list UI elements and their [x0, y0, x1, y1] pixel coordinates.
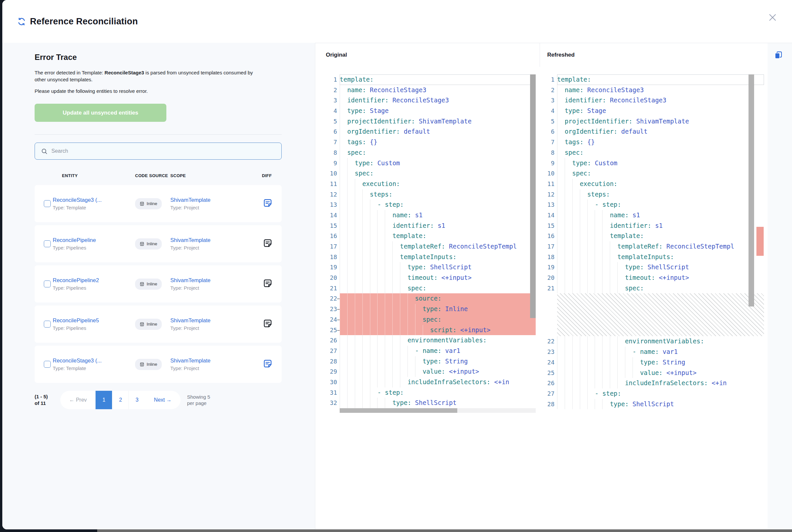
code-line: 3identifier: ReconcileStage3: [327, 95, 536, 106]
code-line: 13- step:: [327, 200, 536, 210]
refreshed-vertical-scrollbar[interactable]: [749, 74, 754, 306]
code-line: 12steps:: [545, 189, 764, 200]
scope-name-link[interactable]: ShivamTemplate: [170, 358, 259, 364]
search-icon: [41, 148, 48, 155]
code-line: 18templateInputs:: [327, 252, 536, 262]
prev-page-button[interactable]: ← Prev: [60, 397, 95, 403]
modal-header: Reference Reconciliation: [2, 0, 792, 43]
code-line: 13- step:: [545, 200, 764, 210]
code-line: 9type: Custom: [545, 158, 764, 169]
code-line: 18templateInputs:: [545, 252, 764, 262]
code-line: 20timeout: <+input>: [327, 272, 536, 283]
code-line: 31- step:: [327, 387, 536, 398]
scope-name-link[interactable]: ShivamTemplate: [170, 197, 259, 203]
code-line: 28type: String: [327, 356, 536, 367]
scope-type-label: Type: Project: [170, 365, 259, 371]
scope-name-link[interactable]: ShivamTemplate: [170, 237, 259, 243]
code-line: 2name: ReconcileStage3: [545, 85, 764, 95]
page-button-1[interactable]: 1: [95, 391, 112, 409]
page-button-3[interactable]: 3: [128, 391, 145, 409]
entity-checkbox[interactable]: [44, 281, 51, 287]
code-line: 21spec:: [327, 283, 536, 294]
screen-background: Reference Reconciliation Error Trace The…: [0, 0, 792, 532]
code-line: 4type: Stage: [545, 106, 764, 116]
col-header-scope: SCOPE: [170, 173, 259, 178]
search-input[interactable]: [51, 143, 281, 159]
search-box: [35, 142, 282, 160]
diff-overview-marker: [756, 227, 764, 256]
entity-name-link[interactable]: ReconcilePipeline: [53, 237, 135, 243]
right-margin: [768, 43, 792, 529]
pagination-pill: ← Prev 123 Next →: [60, 391, 181, 409]
view-diff-icon[interactable]: [262, 278, 273, 288]
scope-name-link[interactable]: ShivamTemplate: [170, 277, 259, 283]
inline-icon: [140, 242, 144, 246]
per-page-label: Showing 5 per page: [187, 394, 216, 406]
code-line: 24–spec:: [327, 315, 536, 325]
code-line: 6orgIdentifier: default: [327, 127, 536, 137]
code-line: 26environmentVariables:: [327, 335, 536, 346]
code-source-badge: Inline: [135, 238, 162, 249]
code-line: 19type: ShellScript: [545, 262, 764, 272]
error-template-name: ReconcileStage3: [105, 70, 144, 75]
inline-icon: [140, 322, 144, 327]
code-line: 17templateRef: ReconcileStepTempl: [327, 241, 536, 252]
original-code-editor[interactable]: 1template:2name: ReconcileStage33identif…: [327, 74, 536, 408]
view-diff-icon[interactable]: [262, 238, 273, 248]
code-line: 5projectIdentifier: ShivamTemplate: [327, 116, 536, 127]
scope-name-link[interactable]: ShivamTemplate: [170, 317, 259, 324]
code-line: 4type: Stage: [327, 106, 536, 116]
entity-type-label: Type: Pipelines: [53, 325, 135, 331]
code-line: 30includeInfraSelectors: <+in: [327, 377, 536, 387]
error-instruction: Please update the following entities to …: [35, 88, 262, 94]
code-line: 3identifier: ReconcileStage3: [545, 95, 764, 106]
entity-name-link[interactable]: ReconcileStage3 (...: [53, 197, 135, 203]
code-line: 16template:: [545, 231, 764, 241]
page-button-2[interactable]: 2: [112, 391, 128, 409]
update-all-button[interactable]: Update all unsynced entities: [35, 104, 166, 122]
code-line: 27- step:: [545, 388, 764, 399]
view-diff-icon[interactable]: [262, 359, 273, 369]
entity-name-link[interactable]: ReconcileStage3 (...: [53, 358, 135, 364]
entity-checkbox[interactable]: [44, 361, 51, 368]
refreshed-code-editor[interactable]: 1template:2name: ReconcileStage33identif…: [545, 74, 764, 409]
entity-checkbox[interactable]: [44, 240, 51, 247]
col-header-diff: DIFF: [259, 173, 282, 178]
code-line: 9type: Custom: [327, 158, 536, 169]
entity-row: ReconcilePipeline2Type: PipelinesInlineS…: [35, 265, 282, 303]
entity-list: ReconcileStage3 (...Type: TemplateInline…: [35, 185, 315, 383]
refreshed-title: Refreshed: [547, 52, 574, 58]
next-page-button[interactable]: Next →: [145, 397, 180, 403]
window-horizontal-scrollbar[interactable]: [97, 529, 792, 532]
entity-name-link[interactable]: ReconcilePipeline2: [53, 277, 135, 283]
entity-row: ReconcileStage3 (...Type: TemplateInline…: [35, 346, 282, 383]
original-horizontal-scrollbar[interactable]: [340, 408, 457, 413]
code-source-label: Inline: [147, 282, 157, 286]
scope-type-label: Type: Project: [170, 325, 259, 331]
code-line: 22environmentVariables:: [545, 336, 764, 347]
entity-name-link[interactable]: ReconcilePipeline5: [53, 317, 135, 324]
code-line: 10spec:: [545, 168, 764, 179]
inline-icon: [140, 202, 144, 206]
code-line: 20timeout: <+input>: [545, 272, 764, 283]
code-line: 7tags: {}: [327, 137, 536, 148]
close-icon[interactable]: [768, 13, 777, 22]
copy-icon[interactable]: [774, 51, 783, 60]
code-line: 21spec:: [545, 283, 764, 294]
code-line: 23–type: Inline: [327, 304, 536, 315]
code-line: 14name: s1: [327, 210, 536, 221]
view-diff-icon[interactable]: [262, 198, 273, 208]
original-vertical-scrollbar[interactable]: [530, 74, 536, 318]
code-line: 10spec:: [327, 168, 536, 179]
entity-type-label: Type: Template: [53, 365, 135, 371]
pagination: (1 - 5) of 11 ← Prev 123 Next → Showing …: [35, 391, 285, 409]
entity-checkbox[interactable]: [44, 321, 51, 327]
view-diff-icon[interactable]: [262, 318, 273, 328]
code-line: 11execution:: [327, 179, 536, 189]
entity-checkbox[interactable]: [44, 200, 51, 207]
scope-type-label: Type: Project: [170, 205, 259, 210]
original-header: Original: [315, 43, 540, 67]
code-line: 8spec:: [327, 148, 536, 158]
code-line: 25–script: <+input>: [327, 325, 536, 336]
diff-headers: Original Refreshed: [315, 43, 792, 67]
